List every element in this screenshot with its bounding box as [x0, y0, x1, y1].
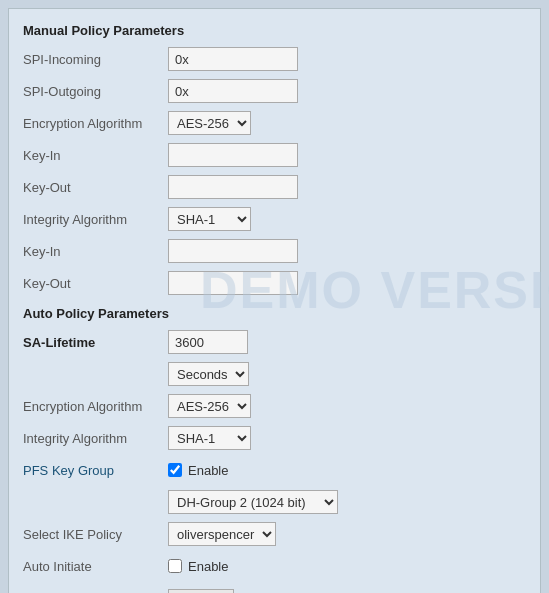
auto-encryption-select[interactable]: AES-256 AES-128 3DES DES: [168, 394, 251, 418]
dh-group-row: DH-Group 2 (1024 bit) DH-Group 1 (768 bi…: [23, 489, 526, 515]
spi-outgoing-label: SPI-Outgoing: [23, 84, 168, 99]
pfs-key-group-label: PFS Key Group: [23, 463, 168, 478]
manual-key-in-input-2[interactable]: [168, 239, 298, 263]
sa-lifetime-unit-row: Seconds Minutes Hours: [23, 361, 526, 387]
sa-lifetime-input[interactable]: [168, 330, 248, 354]
auto-integrity-label: Integrity Algorithm: [23, 431, 168, 446]
manual-key-out-row-2: Key-Out: [23, 270, 526, 296]
manual-key-out-label-1: Key-Out: [23, 180, 168, 195]
manual-integrity-select[interactable]: SHA-1 SHA-256 MD5: [168, 207, 251, 231]
manual-key-in-input-1[interactable]: [168, 143, 298, 167]
manual-encryption-label: Encryption Algorithm: [23, 116, 168, 131]
auto-initiate-enable-label: Enable: [188, 559, 228, 574]
spi-incoming-label: SPI-Incoming: [23, 52, 168, 67]
manual-encryption-row: Encryption Algorithm AES-256 AES-128 3DE…: [23, 110, 526, 136]
manual-key-in-row-1: Key-In: [23, 142, 526, 168]
spi-outgoing-row: SPI-Outgoing: [23, 78, 526, 104]
ike-policy-select[interactable]: oliverspencer: [168, 522, 276, 546]
view-button[interactable]: View: [168, 589, 234, 593]
manual-key-in-label-1: Key-In: [23, 148, 168, 163]
select-ike-policy-label: Select IKE Policy: [23, 527, 168, 542]
pfs-enable-checkbox[interactable]: [168, 463, 182, 477]
manual-section-title: Manual Policy Parameters: [23, 23, 526, 38]
auto-section-title: Auto Policy Parameters: [23, 306, 526, 321]
manual-key-in-row-2: Key-In: [23, 238, 526, 264]
view-button-row: View: [23, 585, 526, 593]
auto-initiate-label: Auto Initiate: [23, 559, 168, 574]
spi-outgoing-input[interactable]: [168, 79, 298, 103]
manual-key-out-input-1[interactable]: [168, 175, 298, 199]
manual-integrity-label: Integrity Algorithm: [23, 212, 168, 227]
manual-encryption-select[interactable]: AES-256 AES-128 3DES DES: [168, 111, 251, 135]
auto-integrity-row: Integrity Algorithm SHA-1 SHA-256 MD5: [23, 425, 526, 451]
manual-key-out-input-2[interactable]: [168, 271, 298, 295]
spi-incoming-row: SPI-Incoming: [23, 46, 526, 72]
dh-group-select[interactable]: DH-Group 2 (1024 bit) DH-Group 1 (768 bi…: [168, 490, 338, 514]
auto-initiate-row: Auto Initiate Enable: [23, 553, 526, 579]
auto-integrity-select[interactable]: SHA-1 SHA-256 MD5: [168, 426, 251, 450]
auto-encryption-row: Encryption Algorithm AES-256 AES-128 3DE…: [23, 393, 526, 419]
manual-key-in-label-2: Key-In: [23, 244, 168, 259]
sa-lifetime-label: SA-Lifetime: [23, 335, 168, 350]
sa-lifetime-row: SA-Lifetime: [23, 329, 526, 355]
pfs-enable-label: Enable: [188, 463, 228, 478]
sa-lifetime-unit-select[interactable]: Seconds Minutes Hours: [168, 362, 249, 386]
spi-incoming-input[interactable]: [168, 47, 298, 71]
manual-integrity-row: Integrity Algorithm SHA-1 SHA-256 MD5: [23, 206, 526, 232]
auto-encryption-label: Encryption Algorithm: [23, 399, 168, 414]
select-ike-policy-row: Select IKE Policy oliverspencer: [23, 521, 526, 547]
pfs-key-group-row: PFS Key Group Enable: [23, 457, 526, 483]
manual-key-out-row-1: Key-Out: [23, 174, 526, 200]
manual-key-out-label-2: Key-Out: [23, 276, 168, 291]
auto-initiate-checkbox[interactable]: [168, 559, 182, 573]
